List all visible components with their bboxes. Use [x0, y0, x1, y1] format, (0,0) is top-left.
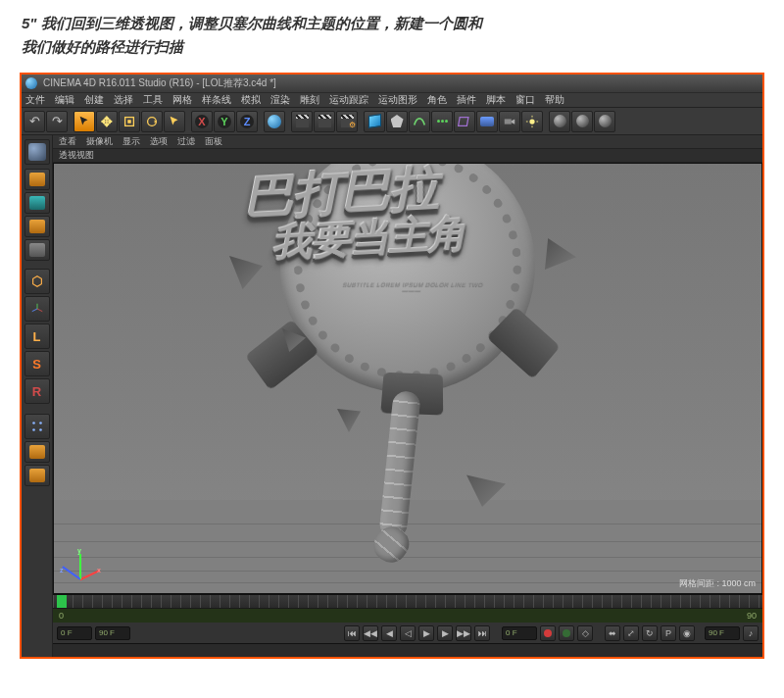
- left-toolbar: L S R: [22, 135, 53, 657]
- layout-folder-2[interactable]: [24, 192, 50, 214]
- snap-button[interactable]: S: [24, 351, 50, 376]
- frame-start-field[interactable]: 0 F: [57, 626, 92, 640]
- vmenu-display[interactable]: 显示: [122, 135, 140, 148]
- menu-tools[interactable]: 工具: [143, 93, 163, 107]
- pos-key-button[interactable]: ⬌: [605, 625, 620, 641]
- record-button[interactable]: [540, 625, 556, 641]
- pla-key-button[interactable]: ◉: [679, 625, 695, 641]
- autokey-button[interactable]: [559, 625, 574, 641]
- layout-folder-1[interactable]: [24, 169, 50, 190]
- menu-spline[interactable]: 样条线: [202, 93, 231, 107]
- scale-button[interactable]: [119, 111, 140, 132]
- vmenu-view[interactable]: 查看: [59, 135, 76, 148]
- nurbs-button[interactable]: [409, 111, 430, 132]
- menu-char[interactable]: 角色: [427, 93, 447, 107]
- param-key-button[interactable]: P: [661, 625, 676, 641]
- last-tool-button[interactable]: [164, 111, 185, 132]
- c4d-window: CINEMA 4D R16.011 Studio (R16) - [LOL推荐3…: [22, 75, 762, 657]
- prev-key-button[interactable]: ◀◀: [363, 625, 378, 641]
- menu-help[interactable]: 帮助: [545, 93, 564, 107]
- menu-sculpt[interactable]: 雕刻: [300, 93, 319, 107]
- axis-y-button[interactable]: Y: [214, 111, 235, 132]
- menu-render[interactable]: 渲染: [270, 93, 290, 107]
- clapper-gear-icon: ⚙: [341, 115, 354, 127]
- texture-mode-button[interactable]: [24, 296, 50, 322]
- view3-button[interactable]: [594, 111, 615, 132]
- menu-edit[interactable]: 编辑: [55, 93, 74, 107]
- menu-mograph[interactable]: 运动跟踪: [329, 93, 368, 107]
- model-mode-button[interactable]: [24, 269, 50, 294]
- cube-prim-button[interactable]: [364, 111, 385, 132]
- folder3-icon: [29, 445, 45, 459]
- menu-motion[interactable]: 运动图形: [378, 93, 417, 107]
- render-pv-button[interactable]: [314, 111, 335, 132]
- frame-range-field[interactable]: 90 F: [705, 626, 740, 640]
- scene-content: 巴打巴拉 我要当主角 SUBTITLE LOREM IPSUM DOLOR LI…: [143, 164, 672, 594]
- vmenu-options[interactable]: 选项: [150, 135, 168, 148]
- frame-end-field[interactable]: 90 F: [95, 626, 130, 640]
- rot-key-button[interactable]: ↻: [642, 625, 658, 641]
- menu-plugins[interactable]: 插件: [457, 93, 476, 107]
- layout-folder-3[interactable]: [24, 216, 50, 237]
- menubar: 文件 编辑 创建 选择 工具 网格 样条线 模拟 渲染 雕刻 运动跟踪 运动图形…: [22, 92, 762, 108]
- menu-file[interactable]: 文件: [25, 93, 45, 107]
- vmenu-panel[interactable]: 面板: [205, 135, 222, 148]
- playhead[interactable]: [57, 595, 67, 609]
- undo-button[interactable]: ↶: [24, 111, 45, 132]
- floor-button[interactable]: [476, 111, 498, 132]
- render-settings-button[interactable]: ⚙: [336, 111, 358, 132]
- frame-cur-field[interactable]: 0 F: [502, 626, 537, 640]
- point-mode-button[interactable]: [24, 414, 50, 439]
- menu-simulate[interactable]: 模拟: [241, 93, 261, 107]
- deformer-button[interactable]: [454, 111, 475, 132]
- rotate-button[interactable]: [141, 111, 163, 132]
- instruction-line1: 5" 我们回到三维透视图，调整贝塞尔曲线和主题的位置，新建一个圆和: [22, 15, 482, 31]
- pen-prim-button[interactable]: [386, 111, 408, 132]
- render-view-button[interactable]: [291, 111, 313, 132]
- axis-widget: x y z: [62, 542, 105, 585]
- view2-button[interactable]: [571, 111, 593, 132]
- axis-z-button[interactable]: Z: [236, 111, 258, 132]
- menu-create[interactable]: 创建: [84, 93, 104, 107]
- layout-folder-4[interactable]: [24, 239, 50, 261]
- folder4-icon: [29, 469, 45, 482]
- play-button[interactable]: ▶: [418, 625, 434, 641]
- array-button[interactable]: [431, 111, 453, 132]
- live-mode-button[interactable]: L: [24, 324, 50, 349]
- play-back-button[interactable]: ◁: [400, 625, 416, 641]
- move-icon: ✥: [101, 114, 113, 129]
- scale-key-button[interactable]: ⤢: [623, 625, 639, 641]
- menu-select[interactable]: 选择: [114, 93, 133, 107]
- viewport-tab[interactable]: 透视视图: [53, 149, 762, 163]
- axis-x-button[interactable]: X: [191, 111, 213, 132]
- menu-mesh[interactable]: 网格: [172, 93, 192, 107]
- prev-frame-button[interactable]: ◀: [381, 625, 397, 641]
- reg-button[interactable]: R: [24, 378, 50, 404]
- clapper-icon: [296, 115, 309, 127]
- world-button[interactable]: [264, 111, 285, 132]
- menu-script[interactable]: 脚本: [486, 93, 506, 107]
- vmenu-filter[interactable]: 过滤: [177, 135, 195, 148]
- move-button[interactable]: ✥: [96, 111, 118, 132]
- cursor2-icon: [168, 115, 181, 128]
- menu-window[interactable]: 窗口: [515, 93, 535, 107]
- goto-end-button[interactable]: ⏭: [474, 625, 490, 641]
- layout-folder-6[interactable]: [24, 465, 50, 486]
- scene-thumb[interactable]: [24, 139, 50, 165]
- sound-button[interactable]: ♪: [743, 625, 759, 641]
- key-opts-button[interactable]: ◇: [577, 625, 593, 641]
- light-button[interactable]: [521, 111, 543, 132]
- viewport-menubar: 查看 摄像机 显示 选项 过滤 面板: [53, 135, 762, 149]
- goto-start-button[interactable]: ⏮: [344, 625, 360, 641]
- next-key-button[interactable]: ▶▶: [456, 625, 471, 641]
- live-select-button[interactable]: [74, 111, 95, 132]
- next-frame-button[interactable]: ▶: [437, 625, 453, 641]
- view1-button[interactable]: [549, 111, 570, 132]
- viewport-3d[interactable]: 巴打巴拉 我要当主角 SUBTITLE LOREM IPSUM DOLOR LI…: [53, 163, 762, 594]
- vmenu-camera[interactable]: 摄像机: [86, 135, 113, 148]
- camera-button[interactable]: [499, 111, 520, 132]
- redo-button[interactable]: ↷: [46, 111, 68, 132]
- layout-folder-5[interactable]: [24, 441, 50, 463]
- nurbs-icon: [413, 115, 426, 128]
- timeline-ruler[interactable]: [53, 595, 762, 609]
